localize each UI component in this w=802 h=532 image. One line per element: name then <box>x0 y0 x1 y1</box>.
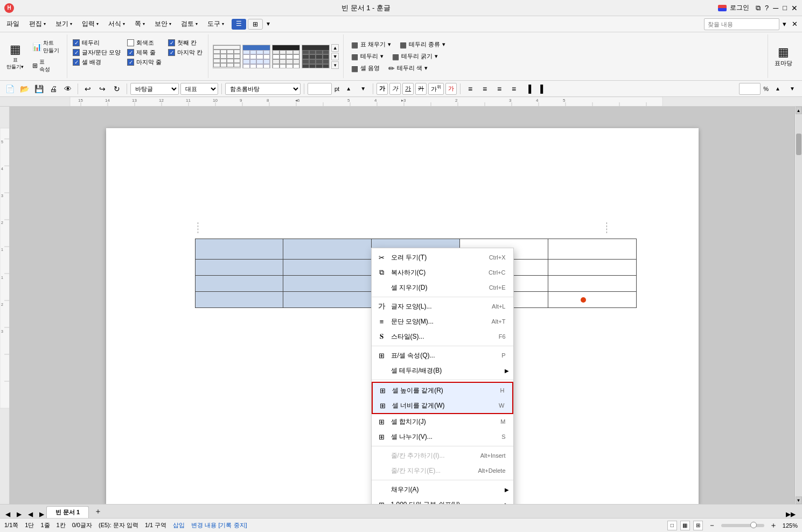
scroll-up-btn[interactable]: ▲ <box>796 107 802 114</box>
ctx-merge[interactable]: ⊞ 셀 합치기(J) M <box>372 414 513 429</box>
menu-review[interactable]: 검토 ▾ <box>177 18 202 30</box>
font-size-up-btn[interactable]: ▲ <box>342 82 355 95</box>
ctx-thousand-sep[interactable]: ⊞ 1,000 단위 구분 쉼표(U) ▶ <box>372 497 513 504</box>
tab-page-left[interactable]: ◀ <box>26 510 35 518</box>
view-btn-1[interactable]: □ <box>667 521 677 530</box>
ribbon-cell-shade-btn[interactable]: ▦ 셀 음영 <box>348 63 383 74</box>
zoom-in-btn[interactable]: ＋ <box>768 521 779 530</box>
table-cell[interactable] <box>195 292 283 308</box>
save-btn[interactable]: 💾 <box>32 82 45 95</box>
vertical-scrollbar[interactable]: ▲ ▼ <box>794 107 802 504</box>
table-cell[interactable] <box>283 260 372 276</box>
align-right-btn[interactable]: ≡ <box>493 82 506 95</box>
ctx-char-format[interactable]: 가 글자 모양(L)... Alt+L <box>372 299 513 314</box>
ribbon-chart-btn[interactable]: 📊 차트만들기 <box>30 38 61 55</box>
menu-security[interactable]: 보안 ▾ <box>150 18 176 30</box>
ts-expand[interactable]: ▾ <box>331 61 339 69</box>
ribbon-fill-btn[interactable]: ▦ 표 채우기 ▾ <box>348 39 394 50</box>
zoom-out-btn[interactable]: － <box>706 521 718 530</box>
strikethrough-btn[interactable]: 가 <box>415 83 427 95</box>
toolbar-menu-arrow[interactable]: ▾ <box>264 19 272 30</box>
chk-tedu-box[interactable]: ✓ <box>73 39 80 46</box>
chk-title-row-box[interactable]: ✓ <box>127 49 134 56</box>
status-track[interactable]: 변경 내용 [기록 중지] <box>191 521 247 529</box>
ribbon-border-width-btn[interactable]: ▦ 테두리 굵기 ▾ <box>389 51 441 62</box>
chk-first-col-box[interactable]: ✓ <box>168 39 175 46</box>
new-doc-btn[interactable]: 📄 <box>3 82 16 95</box>
search-close[interactable]: ▾ <box>780 20 789 28</box>
chk-last-row-box[interactable]: ✓ <box>127 59 134 66</box>
zoom-slider-thumb[interactable] <box>750 522 757 528</box>
close-button[interactable]: ✕ <box>791 4 798 12</box>
ts-prev[interactable]: ▲ <box>331 44 339 52</box>
ribbon-table-gallery[interactable]: ▦ 표마당 <box>768 34 799 78</box>
table-cell[interactable] <box>283 276 372 292</box>
tab-add-btn[interactable]: ＋ <box>90 505 106 518</box>
zoom-up-btn[interactable]: ▲ <box>771 82 784 95</box>
chk-font-box[interactable]: ✓ <box>73 49 80 56</box>
italic-btn[interactable]: 가 <box>389 83 401 95</box>
align-justify-btn[interactable]: ≡ <box>507 82 520 95</box>
ctx-fill[interactable]: 채우기(A) ▶ <box>372 482 513 497</box>
menu-file[interactable]: 파일 <box>2 18 24 30</box>
ctx-clear-cell[interactable]: 셀 지우기(D) Ctrl+E <box>372 280 513 295</box>
ts-nav[interactable]: ▲ ▼ ▾ <box>331 44 339 69</box>
ts-thumb-4[interactable] <box>302 45 330 68</box>
tab-scroll-right[interactable]: ▶▶ <box>783 510 799 518</box>
superscript-btn[interactable]: 가위 <box>428 83 444 95</box>
chk-gray[interactable]: 회색조 <box>127 39 162 47</box>
chk-bg[interactable]: ✓ 셀 배경 <box>73 58 121 66</box>
view-btn-3[interactable]: ⊞ <box>693 521 703 530</box>
menu-page[interactable]: 쪽 ▾ <box>130 18 149 30</box>
zoom-input[interactable]: 160 <box>739 83 761 95</box>
ctx-split[interactable]: ⊞ 셀 나누기(V)... S <box>372 429 513 444</box>
ctx-para-format[interactable]: ≡ 문단 모양(M)... Alt+T <box>372 314 513 329</box>
tab-nav-right[interactable]: ▶ <box>15 510 24 518</box>
zoom-slider[interactable] <box>721 524 764 527</box>
undo-btn[interactable]: ↩ <box>81 82 94 95</box>
chk-gray-box[interactable] <box>127 39 134 46</box>
chk-last-col[interactable]: ✓ 마지막 칸 <box>168 48 203 57</box>
tab-nav-left[interactable]: ◀ <box>3 510 12 518</box>
menu-view[interactable]: 보기 ▾ <box>51 18 76 30</box>
menu-format[interactable]: 서식 ▾ <box>104 18 129 30</box>
print-preview-btn[interactable]: 👁 <box>61 82 74 95</box>
align-center-btn[interactable]: ≡ <box>478 82 491 95</box>
menu-close[interactable]: ✕ <box>790 20 800 28</box>
undo2-btn[interactable]: ↻ <box>110 82 123 95</box>
scroll-thumb[interactable] <box>796 134 801 155</box>
toolbar-toggle-filter[interactable]: ☰ <box>232 19 246 30</box>
restore-button[interactable]: □ <box>783 4 787 12</box>
bold-btn[interactable]: 가 <box>376 83 388 95</box>
tab-doc1[interactable]: 빈 문서 1 <box>46 506 89 518</box>
table-cell[interactable] <box>283 292 372 308</box>
col-left-btn[interactable]: ▐ <box>522 82 535 95</box>
ctx-same-width[interactable]: ⊞ 셀 너비를 같게(W) W <box>373 398 512 413</box>
search-input[interactable] <box>704 18 779 30</box>
table-cell[interactable] <box>548 292 636 308</box>
redo-btn[interactable]: ↪ <box>96 82 109 95</box>
ctx-same-height[interactable]: ⊞ 셀 높이를 같게(R) H <box>373 383 512 398</box>
view-btn-2[interactable]: ▦ <box>680 521 690 530</box>
minimize-button[interactable]: ─ <box>773 4 778 12</box>
font-size-input[interactable]: 10.0 <box>308 83 332 95</box>
ctx-cell-border[interactable]: 셀 테두리/배경(B) ▶ <box>372 363 513 378</box>
expand-icon[interactable]: ⧉ <box>756 4 761 12</box>
ts-thumb-1[interactable] <box>213 45 241 68</box>
table-cell[interactable] <box>195 239 283 260</box>
chk-bg-box[interactable]: ✓ <box>73 59 80 66</box>
ribbon-table-btn[interactable]: ▦ 표 만들기▾ <box>3 41 27 72</box>
col-right-btn[interactable]: ▌ <box>536 82 549 95</box>
status-insert[interactable]: 삽입 <box>173 521 185 529</box>
tab-page-right[interactable]: ▶ <box>37 510 46 518</box>
ctx-style[interactable]: 𝐒 스타일(S)... F6 <box>372 329 513 344</box>
menu-edit[interactable]: 편집 ▾ <box>25 18 50 30</box>
ribbon-table-prop-btn[interactable]: ⊞ 표속성 <box>30 57 61 74</box>
para-select[interactable]: 대표 <box>180 83 218 95</box>
login-area[interactable]: 로그인 <box>718 3 749 12</box>
ribbon-border-btn[interactable]: ▦ 테두리 ▾ <box>348 51 387 62</box>
font-color-btn[interactable]: 가 <box>445 83 457 95</box>
table-cell[interactable] <box>195 276 283 292</box>
chk-title-row[interactable]: ✓ 제목 줄 <box>127 48 162 57</box>
chk-last-col-box[interactable]: ✓ <box>168 49 175 56</box>
